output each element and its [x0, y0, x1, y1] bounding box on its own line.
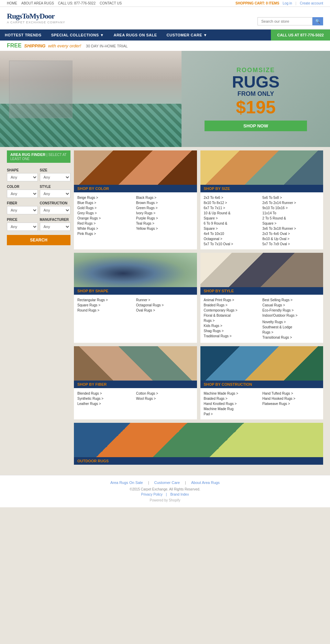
link-machine-made[interactable]: Machine Made Rugs >: [204, 391, 261, 396]
create-account-link[interactable]: Create account: [300, 1, 323, 5]
link-cotton[interactable]: Cotton Rugs >: [136, 391, 194, 396]
manufacturer-select[interactable]: Any: [40, 223, 71, 231]
link-machine-pad2[interactable]: Pad >: [204, 411, 261, 417]
color-select[interactable]: Any: [7, 190, 38, 198]
link-runner[interactable]: Runner >: [136, 297, 194, 303]
link-eco-friendly[interactable]: Eco-Friendly Rugs >: [262, 308, 320, 313]
size-select[interactable]: Any: [40, 173, 71, 181]
link-red-rugs[interactable]: Red Rugs >: [77, 221, 135, 226]
link-leather[interactable]: Leather Rugs >: [77, 401, 135, 406]
cart-link[interactable]: SHOPPING CART: 0 ITEMS: [235, 1, 279, 5]
link-hand-knotted[interactable]: Hand Knotted Rugs >: [204, 401, 261, 406]
fiber-select[interactable]: Any: [7, 206, 38, 214]
search-input[interactable]: [257, 17, 312, 25]
logo-main[interactable]: RugsToMyDoor: [7, 12, 65, 21]
construction-select[interactable]: Any: [40, 206, 71, 214]
nav-area-rugs-sale[interactable]: AREA RUGS ON SALE: [109, 30, 162, 41]
link-2x3-4x6[interactable]: 2x3 To 4x6 >: [204, 195, 261, 200]
link-beige-rugs[interactable]: Beige Rugs >: [77, 195, 135, 200]
shape-select[interactable]: Any: [7, 173, 38, 181]
link-10up-round[interactable]: 10 & Up Round &: [204, 211, 261, 216]
link-yellow-rugs[interactable]: Yellow Rugs >: [136, 226, 194, 231]
link-6-9-round[interactable]: 6 To 9 Round &: [204, 221, 261, 226]
link-braided[interactable]: Braided Rugs >: [204, 303, 261, 308]
nav-about[interactable]: ABOUT AREA RUGS: [21, 1, 54, 5]
link-5x7-7x10-oval[interactable]: 5x7 To 7x10 Oval >: [204, 241, 261, 247]
link-orange-rugs[interactable]: Orange Rugs >: [77, 216, 135, 221]
link-blue-rugs[interactable]: Blue Rugs >: [77, 200, 135, 205]
link-transitional[interactable]: Transitional Rugs >: [262, 335, 320, 340]
link-oval-rugs[interactable]: Oval Rugs >: [136, 308, 194, 313]
price-select[interactable]: Any: [7, 223, 38, 231]
link-indoor-outdoor[interactable]: Indoor/Outdoor Rugs >: [262, 313, 320, 318]
nav-customer-care[interactable]: CUSTOMER CARE ▼: [162, 30, 212, 41]
nav-contact[interactable]: CONTACT US: [100, 1, 122, 5]
link-10up-square[interactable]: Square >: [204, 216, 261, 221]
nav-hottest-trends[interactable]: HOTTEST TRENDS: [0, 30, 46, 41]
style-select[interactable]: Any: [40, 190, 71, 198]
hero-shop-btn[interactable]: SHOP NOW: [205, 121, 307, 131]
link-octagonal[interactable]: Octagonal >: [204, 236, 261, 241]
link-2-5-square[interactable]: Square >: [262, 221, 320, 226]
search-button[interactable]: 🔍: [312, 17, 323, 25]
link-green-rugs[interactable]: Green Rugs >: [136, 205, 194, 211]
link-black-rugs[interactable]: Black Rugs >: [136, 195, 194, 200]
link-octagonal-rugs[interactable]: Octagonal Rugs >: [136, 303, 194, 308]
link-animal-print[interactable]: Animal Print Rugs >: [204, 297, 261, 303]
finder-search-button[interactable]: SEARCH: [7, 235, 70, 245]
link-white-rugs[interactable]: White Rugs >: [77, 226, 135, 231]
link-5x7-7x9-oval[interactable]: 5x7 To 7x9 Oval >: [262, 241, 320, 247]
link-novelty[interactable]: Novelty Rugs >: [262, 319, 320, 325]
link-5x6-5x8[interactable]: 5x6 To 5x8 >: [262, 195, 320, 200]
link-floral2[interactable]: Rugs >: [204, 318, 261, 323]
link-southwest2[interactable]: Rugs >: [262, 330, 320, 335]
link-kids[interactable]: Kids Rugs >: [204, 323, 261, 328]
link-contemporary[interactable]: Contemporary Rugs >: [204, 308, 261, 313]
link-8x10-up-oval[interactable]: 8x10 & Up Oval >: [262, 236, 320, 241]
link-best-selling[interactable]: Best Selling Rugs >: [262, 297, 320, 303]
link-flatweave[interactable]: Flatweave Rugs >: [262, 401, 320, 406]
call-us-button[interactable]: CALL US AT 877-776-5022: [271, 30, 330, 41]
link-9x10-10x16[interactable]: 9x10 To 10x16 >: [262, 205, 320, 211]
link-ivory-rugs[interactable]: Ivory Rugs >: [136, 211, 194, 216]
link-pink-rugs[interactable]: Pink Rugs >: [77, 231, 135, 236]
link-machine-pad[interactable]: Machine Made Rug: [204, 406, 261, 411]
link-hand-hooked[interactable]: Hand Hooked Rugs >: [262, 396, 320, 401]
login-link[interactable]: Log in: [283, 1, 292, 5]
link-rectangular-rugs[interactable]: Rectangular Rugs >: [77, 297, 135, 303]
link-11x14[interactable]: 11x14 To: [262, 211, 320, 216]
link-purple-rugs[interactable]: Purple Rugs >: [136, 216, 194, 221]
footer-privacy[interactable]: Privacy Policy: [141, 493, 163, 496]
footer-about-area-rugs[interactable]: About Area Rugs: [191, 481, 220, 485]
shop-color-col2: Black Rugs > Brown Rugs > Green Rugs > I…: [136, 195, 194, 236]
footer-area-rugs-sale[interactable]: Area Rugs On Sale: [110, 481, 143, 485]
footer-customer-care[interactable]: Customer Care: [154, 481, 180, 485]
link-floral[interactable]: Floral & Botanical: [204, 313, 261, 318]
link-grey-rugs[interactable]: Grey Rugs >: [77, 211, 135, 216]
link-2-5-round[interactable]: 2 To 5 Round &: [262, 216, 320, 221]
link-3x6-runner[interactable]: 3x6 To 3x18 Runner >: [262, 226, 320, 231]
link-6x7-7x11[interactable]: 6x7 To 7x11 >: [204, 205, 261, 211]
nav-home[interactable]: HOME: [7, 1, 17, 5]
link-2x3-4x6-oval[interactable]: 2x3 To 4x6 Oval >: [262, 231, 320, 236]
link-braided-const[interactable]: Braided Rugs >: [204, 396, 261, 401]
footer-brand-index[interactable]: Brand Index: [170, 493, 189, 496]
link-gold-rugs[interactable]: Gold Rugs >: [77, 205, 135, 211]
link-6-9-square[interactable]: Square >: [204, 226, 261, 231]
link-2x5-runner[interactable]: 2x5 To 2x14 Runner >: [262, 200, 320, 205]
link-synthetic[interactable]: Synthetic Rugs >: [77, 396, 135, 401]
link-blended[interactable]: Blended Rugs >: [77, 391, 135, 396]
link-8x10-8x12[interactable]: 8x10 To 8x12 >: [204, 200, 261, 205]
link-wool[interactable]: Wool Rugs >: [136, 396, 194, 401]
link-southwest[interactable]: Southwest & Lodge: [262, 325, 320, 330]
link-traditional[interactable]: Traditional Rugs >: [204, 334, 261, 339]
nav-special-collections[interactable]: SPECIAL COLLECTIONS ▼: [46, 30, 109, 41]
link-casual[interactable]: Casual Rugs >: [262, 303, 320, 308]
link-shag[interactable]: Shag Rugs >: [204, 328, 261, 334]
link-square-rugs[interactable]: Square Rugs >: [77, 303, 135, 308]
link-teal-rugs[interactable]: Teal Rugs >: [136, 221, 194, 226]
link-hand-tufted[interactable]: Hand Tufted Rugs >: [262, 391, 320, 396]
link-4x4-10x10[interactable]: 4x4 To 10x10: [204, 231, 261, 236]
link-round-rugs[interactable]: Round Rugs >: [77, 308, 135, 313]
link-brown-rugs[interactable]: Brown Rugs >: [136, 200, 194, 205]
